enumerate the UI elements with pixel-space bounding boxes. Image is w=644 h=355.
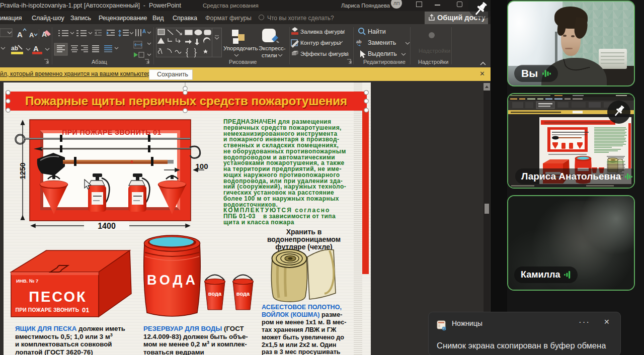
svg-text:и комплектоваться совковой: и комплектоваться совковой <box>15 340 112 348</box>
svg-text:12.4.009-83) должен быть объе-: 12.4.009-83) должен быть объе- <box>143 333 248 340</box>
svg-text:Абзац: Абзац <box>92 59 108 65</box>
svg-text:мом не менее 0,2 м3 и комплек-: мом не менее 0,2 м3 и комплек- <box>143 340 247 348</box>
svg-text:A: A <box>33 44 39 53</box>
svg-text:100: 100 <box>195 162 208 170</box>
svg-text:Хранить в: Хранить в <box>286 228 322 236</box>
svg-text:A: A <box>29 31 34 39</box>
svg-text:вместимость 0,5; 1,0 или 3 м3: вместимость 0,5; 1,0 или 3 м3 <box>15 332 113 340</box>
svg-text:ПЕСОК: ПЕСОК <box>29 289 87 305</box>
svg-text:Заменить: Заменить <box>368 39 396 46</box>
svg-text:ИНВ. № 7: ИНВ. № 7 <box>16 278 38 284</box>
svg-text:ab: ab <box>356 39 362 44</box>
svg-text:Экспресс-: Экспресс- <box>259 45 286 51</box>
svg-text:ром не менее 1х1 м. В мес-: ром не менее 1х1 м. В мес- <box>262 319 346 326</box>
svg-text:ЯЩИК ДЛЯ ПЕСКА должен иметь: ЯЩИК ДЛЯ ПЕСКА должен иметь <box>15 325 125 332</box>
svg-text:АСБЕСТОВОЕ ПОЛОТНО,: АСБЕСТОВОЕ ПОЛОТНО, <box>262 304 342 311</box>
svg-text:1250: 1250 <box>18 162 27 179</box>
svg-text:ВОЙЛОК (КОШМА) разме-: ВОЙЛОК (КОШМА) разме- <box>262 311 342 318</box>
svg-text:вода: вода <box>208 291 222 297</box>
svg-text:ВОДА: ВОДА <box>147 273 198 288</box>
svg-text:ПРИ ПОЖАРЕ ЗВОНИТЬ 01: ПРИ ПОЖАРЕ ЗВОНИТЬ 01 <box>62 128 162 136</box>
svg-text:водонепроницаемом: водонепроницаемом <box>267 235 341 243</box>
svg-text:Рисование: Рисование <box>229 59 257 65</box>
svg-text:2х1,5 м или 2х2 м. Один: 2х1,5 м или 2х2 м. Один <box>262 341 336 348</box>
svg-text:РЕЗЕРВУАР ДЛЯ ВОДЫ (ГОСТ: РЕЗЕРВУАР ДЛЯ ВОДЫ (ГОСТ <box>143 325 244 332</box>
svg-text:Надстройки: Надстройки <box>418 59 448 65</box>
svg-text:Упорядочить: Упорядочить <box>223 45 258 51</box>
svg-text:Выделить: Выделить <box>368 50 397 57</box>
svg-text:Заливка фигуры: Заливка фигуры <box>300 29 345 35</box>
svg-text:Контур фигуры: Контур фигуры <box>300 40 341 46</box>
svg-text:ab: ab <box>11 45 18 52</box>
svg-text:1400: 1400 <box>98 222 116 230</box>
svg-text:щита и класса пожара: щита и класса пожара <box>223 219 294 226</box>
svg-text:товаться ведрами: товаться ведрами <box>143 348 204 355</box>
svg-text:раз в 3 мес просушивать: раз в 3 мес просушивать <box>262 348 341 355</box>
svg-text:может быть увеличено до: может быть увеличено до <box>262 334 344 341</box>
svg-text:вода: вода <box>236 291 250 297</box>
svg-text:тах хранения ЛВЖ и ГЖ: тах хранения ЛВЖ и ГЖ <box>262 326 337 333</box>
svg-text:A: A <box>142 29 146 34</box>
svg-text:стили: стили <box>262 52 277 58</box>
svg-text:лопатой (ГОСТ 3620-76): лопатой (ГОСТ 3620-76) <box>15 348 93 355</box>
svg-text:Надстройки: Надстройки <box>419 48 450 54</box>
svg-text:Редактирование: Редактирование <box>363 59 406 65</box>
svg-text:Пожарные щиты первичных средст: Пожарные щиты первичных средств пожароту… <box>25 94 347 108</box>
svg-text:A: A <box>17 30 23 39</box>
svg-text:01: 01 <box>82 306 89 314</box>
svg-text:Найти: Найти <box>368 28 386 35</box>
svg-text:Эффекты фигуры: Эффекты фигуры <box>300 51 349 57</box>
svg-text:ПРИ ПОЖАРЕ ЗВОНИТЬ: ПРИ ПОЖАРЕ ЗВОНИТЬ <box>16 307 79 313</box>
